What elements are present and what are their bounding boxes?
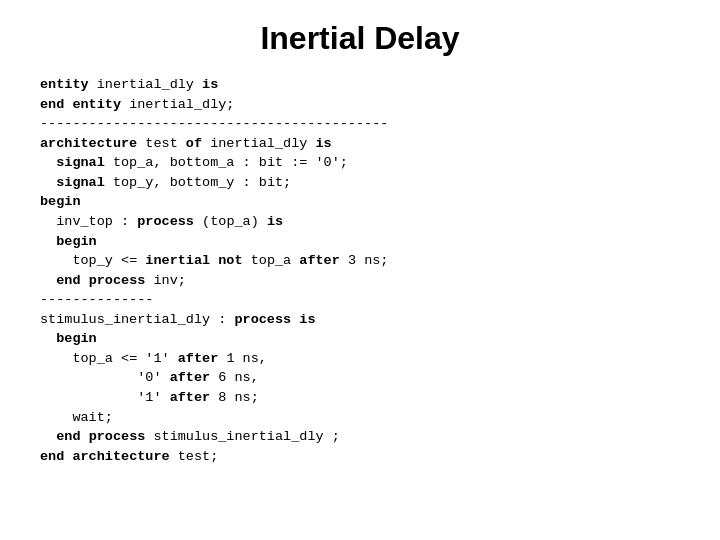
code-line: inv_top : process (top_a) is	[40, 212, 680, 232]
keyword: signal	[56, 175, 105, 190]
keyword: signal	[56, 155, 105, 170]
keyword: process	[89, 273, 146, 288]
keyword: is	[315, 136, 331, 151]
code-line: stimulus_inertial_dly : process is	[40, 310, 680, 330]
code-line: signal top_y, bottom_y : bit;	[40, 173, 680, 193]
code-line: end process inv;	[40, 271, 680, 291]
code-line: begin	[40, 192, 680, 212]
code-line: ----------------------------------------…	[40, 114, 680, 134]
keyword: architecture	[72, 449, 169, 464]
code-line: '1' after 8 ns;	[40, 388, 680, 408]
keyword: after	[170, 370, 211, 385]
keyword: begin	[40, 194, 81, 209]
keyword: is	[299, 312, 315, 327]
code-line: top_y <= inertial not top_a after 3 ns;	[40, 251, 680, 271]
code-line: signal top_a, bottom_a : bit := '0';	[40, 153, 680, 173]
code-line: --------------	[40, 290, 680, 310]
keyword: begin	[56, 234, 97, 249]
keyword: after	[299, 253, 340, 268]
keyword: process	[234, 312, 291, 327]
page-container: Inertial Delay entity inertial_dly isend…	[0, 0, 720, 540]
keyword: after	[170, 390, 211, 405]
keyword: end	[56, 273, 80, 288]
keyword: is	[202, 77, 218, 92]
keyword: end	[40, 97, 64, 112]
code-line: begin	[40, 329, 680, 349]
keyword: end	[56, 429, 80, 444]
code-line: wait;	[40, 408, 680, 428]
keyword: entity	[72, 97, 121, 112]
code-line: end entity inertial_dly;	[40, 95, 680, 115]
keyword: inertial	[145, 253, 210, 268]
code-line: top_a <= '1' after 1 ns,	[40, 349, 680, 369]
keyword: end	[40, 449, 64, 464]
code-line: architecture test of inertial_dly is	[40, 134, 680, 154]
keyword: entity	[40, 77, 89, 92]
keyword: after	[178, 351, 219, 366]
code-line: entity inertial_dly is	[40, 75, 680, 95]
code-line: '0' after 6 ns,	[40, 368, 680, 388]
code-line: begin	[40, 232, 680, 252]
keyword: of	[186, 136, 202, 151]
keyword: architecture	[40, 136, 137, 151]
code-line: end architecture test;	[40, 447, 680, 467]
keyword: begin	[56, 331, 97, 346]
code-block: entity inertial_dly isend entity inertia…	[40, 75, 680, 466]
code-line: end process stimulus_inertial_dly ;	[40, 427, 680, 447]
keyword: not	[218, 253, 242, 268]
keyword: process	[137, 214, 194, 229]
keyword: is	[267, 214, 283, 229]
keyword: process	[89, 429, 146, 444]
page-title: Inertial Delay	[40, 20, 680, 57]
